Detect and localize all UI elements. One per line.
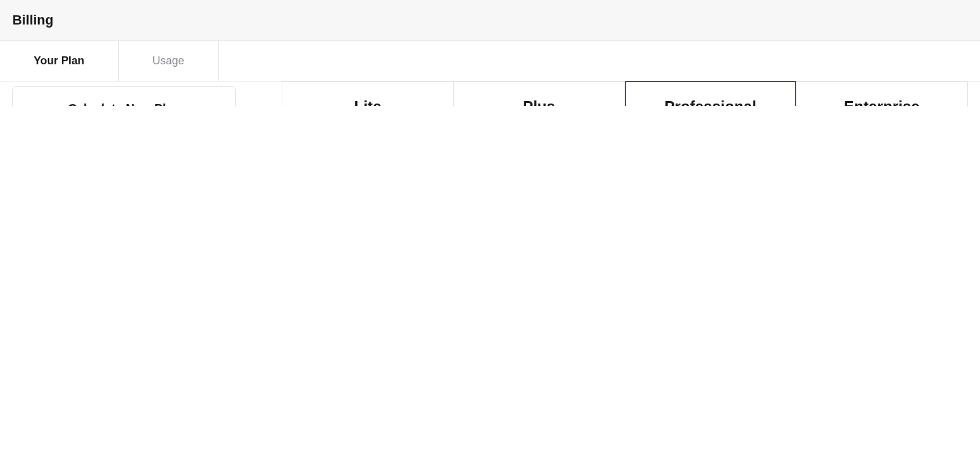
page-title: Billing (12, 12, 968, 28)
page-header: Billing (0, 0, 980, 41)
plan-professional: Professional Upgrade INCLUDES Everything… (625, 81, 797, 106)
plan-lite: Lite Upgrade INCLUDES Unlimited sending … (282, 81, 454, 106)
tab-usage[interactable]: Usage (119, 41, 219, 81)
tabs: Your Plan Usage (0, 41, 980, 81)
plan-plus: Plus Upgrade INCLUDES Everything from Li… (454, 81, 625, 106)
main-content: Calculate New Plan 500 Contacts Billing … (0, 81, 980, 106)
plan-name: Lite (282, 82, 453, 106)
plan-name: Plus (454, 82, 625, 106)
calc-title: Calculate New Plan (28, 102, 221, 106)
plans-grid: Lite Upgrade INCLUDES Unlimited sending … (282, 81, 968, 106)
plan-name: Enterprise (796, 82, 967, 106)
plan-enterprise: Enterprise Upgrade INCLUDES Everything f… (796, 81, 968, 106)
calculate-plan-card: Calculate New Plan 500 Contacts Billing … (12, 86, 236, 106)
tab-your-plan[interactable]: Your Plan (0, 41, 119, 81)
plan-name: Professional (626, 82, 796, 106)
